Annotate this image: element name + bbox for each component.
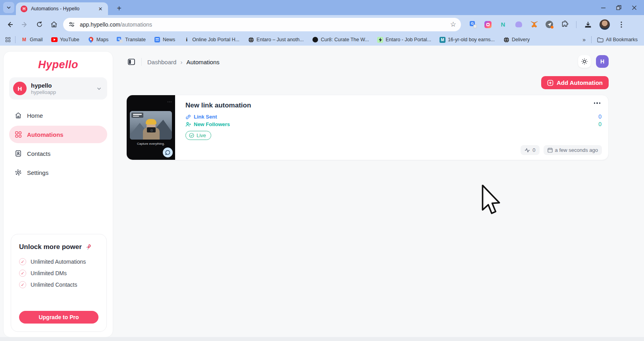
sidebar-toggle-icon[interactable] [126, 57, 137, 67]
upgrade-feature: ✓Unlimited Contacts [19, 281, 98, 288]
feature-label: Unlimited Automations [31, 259, 86, 265]
browser-profile-avatar[interactable] [600, 19, 610, 30]
site-settings-icon[interactable] [66, 19, 77, 30]
tab-search-button[interactable] [3, 2, 14, 13]
nav-label: Automations [27, 131, 64, 138]
activity-pill: 0 [521, 145, 539, 155]
hypello-logo: Hypello [4, 59, 113, 71]
new-tab-button[interactable]: + [114, 3, 125, 14]
feature-label: Unlimited Contacts [31, 282, 77, 288]
account-switcher[interactable]: H hypello hypelloapp [9, 77, 107, 100]
card-footer: 0 a few seconds ago [521, 145, 602, 155]
breadcrumb-dashboard[interactable]: Dashboard [147, 59, 176, 65]
account-name: hypello [31, 82, 96, 89]
metric-new-followers: New Followers [185, 121, 230, 127]
wallet-extension-icon[interactable] [546, 21, 553, 28]
back-icon[interactable] [4, 19, 16, 31]
automations-icon [15, 131, 22, 138]
breadcrumb-automations: Automations [186, 59, 219, 65]
chevron-down-icon [6, 5, 11, 10]
metamask-extension-icon[interactable] [530, 21, 538, 29]
bookmark-delivery[interactable]: Delivery [503, 36, 530, 43]
automation-card[interactable]: Capture everything. New link automation … [126, 95, 609, 160]
upgrade-feature: ✓Unlimited DMs [19, 270, 98, 277]
new-followers-count: 0 [598, 121, 602, 127]
check-icon: ✓ [19, 281, 26, 288]
upgrade-card: Unlock more power ✓Unlimited Automations… [11, 234, 107, 332]
green-bolt-icon [377, 37, 383, 43]
browser-menu-icon[interactable] [617, 21, 625, 29]
restore-icon[interactable] [616, 5, 621, 10]
link-sent-count: 0 [598, 113, 602, 120]
tab-close-icon[interactable]: ✕ [97, 5, 104, 12]
home-icon[interactable] [48, 19, 60, 31]
n-extension-icon[interactable]: N [499, 21, 507, 29]
sidebar-item-contacts[interactable]: Contacts [9, 145, 107, 162]
phantom-extension-icon[interactable] [515, 21, 523, 29]
bookmark-star-icon[interactable]: ☆ [450, 20, 456, 29]
forward-icon[interactable] [19, 19, 31, 31]
sidebar-item-settings[interactable]: Settings [9, 164, 107, 181]
bookmark-entaro[interactable]: Entaro – Just anoth... [248, 36, 304, 43]
bookmark-16yr[interactable]: M16-yr-old boy earns... [440, 37, 495, 43]
thumb-menu-dots [168, 102, 172, 102]
account-avatar: H [13, 82, 27, 95]
globe-icon [503, 36, 509, 43]
card-menu-icon[interactable] [592, 101, 602, 105]
timestamp-label: a few seconds ago [555, 147, 598, 153]
gear-icon [15, 169, 22, 176]
apps-grid-icon[interactable] [6, 37, 10, 42]
sidebar-item-automations[interactable]: Automations [9, 126, 107, 143]
globe-icon [248, 36, 254, 43]
bookmark-youtube[interactable]: YouTube [51, 36, 79, 43]
status-label: Live [197, 132, 206, 138]
dark-circle-icon [312, 36, 318, 43]
extensions-puzzle-icon[interactable] [561, 21, 569, 29]
chevron-down-icon [96, 86, 102, 91]
account-handle: hypelloapp [31, 89, 96, 95]
bookmark-entaro-job[interactable]: Entaro - Job Portal... [377, 37, 431, 43]
folder-icon [597, 37, 604, 42]
bookmark-translate[interactable]: GTranslate [117, 37, 146, 43]
rocket-icon [85, 243, 92, 251]
feature-label: Unlimited DMs [31, 270, 67, 276]
add-automation-button[interactable]: Add Automation [541, 76, 609, 89]
youtube-icon [51, 36, 58, 43]
app-page: Hypello H hypello hypelloapp Home Automa… [0, 46, 644, 341]
address-bar[interactable]: app.hypello.com/automations ☆ [63, 18, 461, 31]
check-icon: ✓ [19, 270, 26, 277]
bookmark-cur8[interactable]: Cur8: Curate The W... [312, 36, 369, 43]
home-icon [15, 112, 22, 119]
check-icon: ✓ [19, 258, 26, 265]
upgrade-to-pro-button[interactable]: Upgrade to Pro [19, 311, 98, 324]
bookmark-news[interactable]: News [154, 36, 175, 43]
theme-toggle-button[interactable] [578, 55, 591, 68]
bookmarks-overflow-icon[interactable]: » [582, 36, 586, 43]
post-photo [130, 111, 172, 140]
close-icon[interactable] [632, 5, 637, 10]
chat-bubble-icon [163, 148, 173, 157]
sidebar-item-home[interactable]: Home [9, 107, 107, 124]
bookmark-gmail[interactable]: MGmail [21, 36, 43, 43]
user-avatar[interactable]: H [596, 55, 609, 68]
user-plus-icon [185, 122, 191, 127]
site-favicon: H [21, 6, 27, 12]
breadcrumb: Dashboard › Automations [147, 59, 220, 65]
reload-icon[interactable] [33, 19, 45, 31]
downloads-icon[interactable] [584, 21, 592, 29]
gmail-icon: M [21, 36, 27, 43]
gradient-app-extension-icon[interactable] [484, 21, 492, 28]
browser-toolbar: app.hypello.com/automations ☆ G N [0, 15, 644, 34]
all-bookmarks-button[interactable]: All Bookmarks [597, 37, 638, 42]
bookmarks-bar: MGmail YouTube Maps GTranslate News iOnl… [0, 34, 644, 46]
minimize-icon[interactable] [601, 5, 606, 10]
bookmarks-right-divider [591, 36, 592, 43]
post-caption: Capture everything. [127, 142, 175, 146]
upgrade-title: Unlock more power [19, 243, 82, 251]
bookmark-job-portal[interactable]: iOnline Job Portal H... [183, 36, 239, 43]
translate-extension-icon[interactable]: G [470, 21, 477, 28]
nav-label: Settings [27, 169, 48, 176]
browser-tab[interactable]: H Automations - Hypello ✕ [16, 2, 108, 15]
bookmark-maps[interactable]: Maps [88, 36, 109, 43]
ghost-shape [515, 21, 522, 27]
